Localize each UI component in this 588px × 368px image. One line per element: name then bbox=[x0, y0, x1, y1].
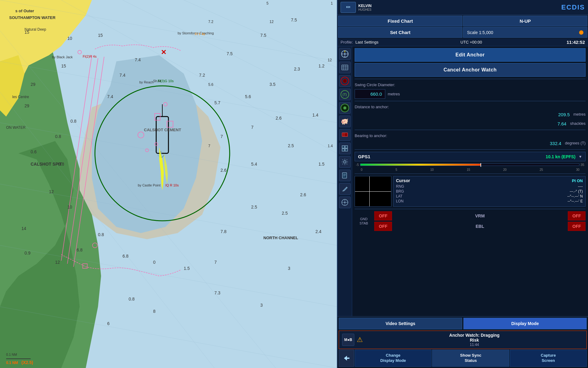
zoom-label: (X2.5) bbox=[21, 360, 33, 365]
svg-point-135 bbox=[344, 202, 345, 203]
profile-value: Last Settings bbox=[355, 40, 378, 44]
svg-text:10: 10 bbox=[67, 205, 72, 209]
svg-text:7.3: 7.3 bbox=[214, 290, 221, 295]
gear-icon-btn[interactable] bbox=[339, 156, 351, 168]
alert-text-line1: Anchor Watch: Dragging bbox=[365, 333, 583, 338]
alert-text-area: Anchor Watch: Dragging Risk 11:44 bbox=[365, 333, 583, 347]
svg-text:6.8: 6.8 bbox=[77, 247, 83, 252]
video-settings-button[interactable]: Video Settings bbox=[339, 318, 462, 329]
svg-text:12: 12 bbox=[328, 58, 332, 62]
svg-text:s of Outer: s of Outer bbox=[15, 9, 34, 13]
scale-display[interactable]: Scale 1:5,000 bbox=[463, 27, 587, 38]
circle-t-icon-btn[interactable]: (T) bbox=[339, 89, 351, 100]
pig-icon-btn[interactable]: 🐖 bbox=[339, 116, 351, 127]
gps-dropdown-arrow[interactable]: ▼ bbox=[579, 155, 582, 159]
ebl-off2-button[interactable]: OFF bbox=[568, 222, 586, 231]
svg-text:✕: ✕ bbox=[161, 48, 166, 56]
zoom-indicator: (X2.5) bbox=[21, 360, 33, 365]
svg-text:29: 29 bbox=[31, 82, 36, 87]
svg-text:by Black Jack: by Black Jack bbox=[52, 55, 73, 59]
ecdis-title: ECDIS bbox=[561, 3, 585, 11]
svg-text:1.5: 1.5 bbox=[318, 162, 325, 167]
svg-text:by Castle Point: by Castle Point bbox=[138, 183, 160, 187]
compass2-icon-btn[interactable] bbox=[339, 197, 351, 208]
cursor-section: Cursor PI ON RNG ---- BRG ---.-° (T) LAT… bbox=[355, 176, 586, 207]
compass-icon-btn[interactable] bbox=[339, 48, 351, 60]
file-icon-btn[interactable] bbox=[339, 170, 351, 181]
footer-nav-icon[interactable] bbox=[339, 350, 354, 367]
ebl-row: OFF EBL OFF bbox=[374, 222, 586, 231]
svg-text:les Centre: les Centre bbox=[12, 95, 29, 99]
ebl-off-button[interactable]: OFF bbox=[374, 222, 392, 231]
svg-text:3: 3 bbox=[260, 303, 263, 308]
gps-bar: GPS1 10.1 kn (EPFS) ▼ bbox=[355, 152, 586, 161]
svg-rect-114 bbox=[342, 65, 348, 70]
radar-icon-btn[interactable] bbox=[339, 102, 351, 114]
svg-text:Fl Y 4s: Fl Y 4s bbox=[195, 32, 205, 36]
svg-text:12: 12 bbox=[55, 260, 60, 265]
utc-label: UTC +00:00 bbox=[461, 40, 482, 44]
svg-text:1.5: 1.5 bbox=[184, 266, 190, 271]
shackles-value: 7.64 bbox=[355, 121, 566, 126]
svg-text:7.8: 7.8 bbox=[221, 229, 227, 234]
svg-text:7.4: 7.4 bbox=[119, 73, 126, 78]
svg-text:2.6: 2.6 bbox=[276, 116, 282, 121]
svg-text:15: 15 bbox=[61, 63, 66, 68]
svg-text:Fl(2)R 4s: Fl(2)R 4s bbox=[83, 55, 97, 58]
gps-label: GPS1 bbox=[358, 154, 370, 159]
bearing-value-row: 332.4 degrees (T) bbox=[355, 140, 586, 147]
svg-text:0: 0 bbox=[153, 260, 156, 265]
edit-anchor-button[interactable]: Edit Anchor bbox=[355, 48, 586, 62]
cancel-anchor-watch-button[interactable]: Cancel Anchor Watch bbox=[355, 63, 586, 77]
svg-text:2.4: 2.4 bbox=[315, 229, 322, 234]
svg-text:2.5: 2.5 bbox=[288, 143, 294, 148]
nup-button[interactable]: N-UP bbox=[463, 16, 587, 26]
vrm-off-button[interactable]: OFF bbox=[374, 211, 392, 220]
bearing-value: 332.4 bbox=[355, 141, 561, 146]
rng-label: RNG bbox=[396, 184, 414, 189]
show-sync-status-button[interactable]: Show SyncStatus bbox=[432, 350, 509, 367]
gnd-stab-label: GND STAB bbox=[355, 217, 373, 226]
capture-screen-label: CaptureScreen bbox=[541, 353, 556, 363]
svg-text:1.2: 1.2 bbox=[318, 63, 325, 68]
logo-area: KH KELVIN HUGHES bbox=[341, 2, 371, 13]
footer-row: ChangeDisplay Mode Show SyncStatus Captu… bbox=[339, 350, 587, 367]
svg-text:6.8: 6.8 bbox=[123, 254, 129, 259]
chart-area[interactable]: ⚓ ✕ 15 10 29 bbox=[0, 0, 337, 368]
svg-text:3: 3 bbox=[288, 266, 290, 271]
display-mode-button[interactable]: Display Mode bbox=[463, 318, 587, 329]
capture-screen-button[interactable]: CaptureScreen bbox=[510, 350, 587, 367]
bearing-unit: degrees (T) bbox=[565, 141, 586, 146]
vrm-off2-button[interactable]: OFF bbox=[568, 211, 586, 220]
distance-unit: metres bbox=[573, 112, 586, 117]
fixed-chart-button[interactable]: Fixed Chart bbox=[338, 16, 462, 26]
swing-diameter-unit: metres bbox=[388, 92, 400, 96]
time-display: 11:42:52 bbox=[567, 40, 585, 45]
swing-diameter-label: Swing Circle Diameter: bbox=[355, 82, 586, 87]
target-icon-btn[interactable] bbox=[339, 75, 351, 87]
svg-text:1.4: 1.4 bbox=[312, 113, 318, 117]
draw-icon-btn[interactable] bbox=[339, 183, 351, 195]
map-icon-btn[interactable] bbox=[339, 62, 351, 73]
vrm-ebl-section: GND STAB OFF VRM OFF OFF EBL OFF bbox=[355, 211, 586, 231]
svg-text:7.4: 7.4 bbox=[135, 57, 141, 62]
swing-diameter-input[interactable] bbox=[355, 89, 385, 99]
bearing-anchor-label: Bearing to anchor: bbox=[355, 133, 586, 138]
cursor-grid: RNG ---- BRG ---.-° (T) LAT --°--.---' N… bbox=[396, 184, 583, 203]
ebl-label: EBL bbox=[394, 224, 566, 229]
change-display-mode-button[interactable]: ChangeDisplay Mode bbox=[355, 350, 432, 367]
svg-text:ON WATER: ON WATER bbox=[6, 125, 26, 130]
brg-label: BRG bbox=[396, 189, 414, 194]
set-chart-button[interactable]: Set Chart bbox=[338, 27, 462, 38]
pencil-icon-btn[interactable] bbox=[339, 129, 351, 141]
alert-warning-icon: ⚠ bbox=[357, 336, 363, 344]
grid-icon-btn[interactable] bbox=[339, 143, 351, 154]
svg-text:7.4: 7.4 bbox=[107, 94, 113, 99]
svg-rect-122 bbox=[342, 146, 345, 148]
speed-gauge-row: -5 35 bbox=[355, 163, 586, 167]
scale-bar: 0.1 NM bbox=[6, 361, 18, 365]
svg-text:6: 6 bbox=[107, 321, 110, 326]
svg-rect-123 bbox=[345, 146, 348, 148]
right-panel: KH KELVIN HUGHES ECDIS Fixed Chart N-UP … bbox=[337, 0, 588, 368]
speed-gauge-track bbox=[360, 163, 579, 166]
